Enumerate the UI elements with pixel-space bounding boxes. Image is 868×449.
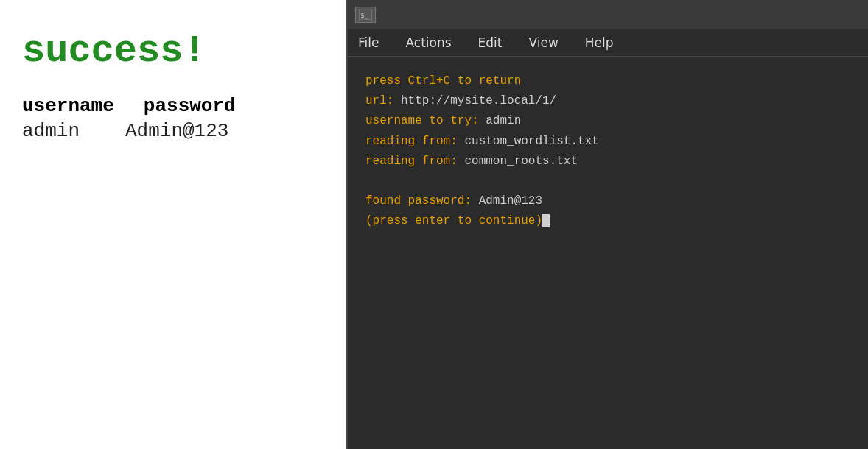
- terminal-line-1: press Ctrl+C to return: [365, 71, 850, 91]
- success-title: success!: [22, 29, 324, 73]
- left-panel: success! username password admin Admin@1…: [0, 0, 346, 449]
- menu-help[interactable]: Help: [581, 34, 618, 52]
- svg-text:$_: $_: [360, 12, 368, 19]
- username-header: username: [22, 95, 114, 117]
- terminal-titlebar: $_: [348, 0, 868, 29]
- username-value: admin: [22, 120, 96, 142]
- password-value: Admin@123: [125, 120, 243, 142]
- terminal-line-4: reading from: custom_wordlist.txt: [365, 132, 850, 152]
- terminal-body: press Ctrl+C to return url: http://mysit…: [348, 57, 868, 449]
- menu-file[interactable]: File: [354, 34, 383, 52]
- password-header: password: [144, 95, 262, 117]
- credentials-values: admin Admin@123: [22, 120, 324, 142]
- terminal-line-5: reading from: common_roots.txt: [365, 152, 850, 172]
- terminal-cursor: [542, 214, 550, 227]
- terminal-icon: $_: [355, 7, 376, 23]
- terminal-line-blank: [365, 172, 850, 191]
- credentials-header: username password: [22, 95, 324, 117]
- credentials-table: username password admin Admin@123: [22, 95, 324, 142]
- terminal-panel: $_ File Actions Edit View Help press Ctr…: [346, 0, 868, 449]
- terminal-line-3: username to try: admin: [365, 111, 850, 131]
- terminal-menubar: File Actions Edit View Help: [348, 29, 868, 57]
- menu-actions[interactable]: Actions: [401, 34, 455, 52]
- menu-view[interactable]: View: [524, 34, 562, 52]
- terminal-line-found: found password: Admin@123: [365, 191, 850, 211]
- menu-edit[interactable]: Edit: [474, 34, 507, 52]
- terminal-line-2: url: http://mysite.local/1/: [365, 91, 850, 111]
- terminal-line-continue: (press enter to continue): [365, 211, 850, 231]
